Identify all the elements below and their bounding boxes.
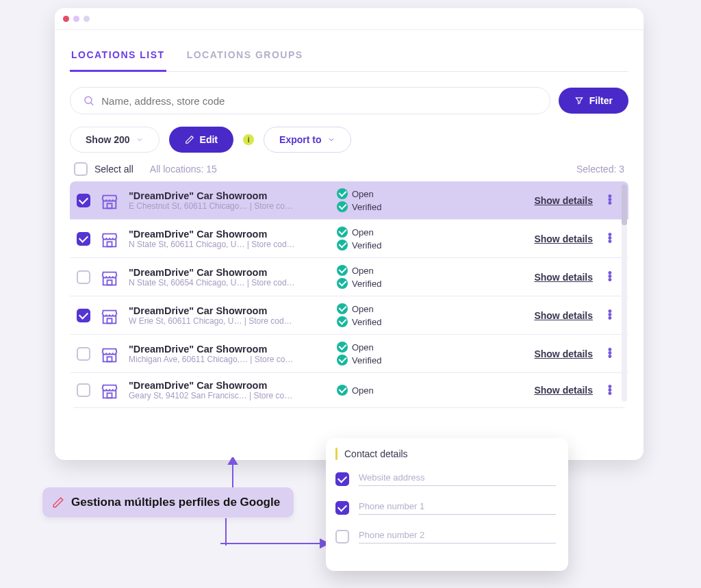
status-open: Open (352, 304, 374, 314)
show-details-link[interactable]: Show details (511, 272, 593, 283)
svg-rect-6 (107, 357, 112, 361)
phone2-checkbox[interactable] (335, 530, 349, 544)
check-icon (337, 385, 348, 396)
edit-button[interactable]: Edit (169, 127, 233, 153)
show-details-link[interactable]: Show details (511, 310, 593, 321)
phone1-checkbox[interactable] (335, 501, 349, 515)
search-icon (83, 94, 94, 107)
chevron-down-icon (327, 136, 335, 144)
status-verified: Verified (352, 355, 381, 366)
contact-details-popup: Contact details Website address Phone nu… (326, 438, 568, 571)
filter-button[interactable]: Filter (559, 88, 628, 114)
window-minimize-dot[interactable] (73, 16, 79, 22)
row-subtitle: Geary St, 94102 San Francisc… | Store co… (129, 391, 327, 400)
row-menu-button[interactable]: ••• (602, 348, 619, 359)
row-title: "DreamDrive" Car Showroom (129, 305, 327, 316)
scrollbar-thumb[interactable] (622, 184, 627, 225)
show-details-link[interactable]: Show details (511, 348, 593, 359)
edit-label: Edit (200, 134, 218, 145)
table-row[interactable]: "DreamDrive" Car ShowroomMichigan Ave, 6… (70, 335, 628, 373)
row-menu-button[interactable]: ••• (602, 272, 619, 282)
tab-locations-groups[interactable]: LOCATIONS GROUPS (186, 42, 305, 71)
row-title: "DreamDrive" Car Showroom (129, 190, 327, 201)
chevron-down-icon (136, 136, 144, 144)
row-checkbox[interactable] (77, 270, 90, 284)
show-details-link[interactable]: Show details (511, 195, 593, 206)
arrow-up (219, 457, 246, 491)
show-count-dropdown[interactable]: Show 200 (70, 127, 160, 153)
phone2-field[interactable]: Phone number 2 (359, 527, 556, 544)
show-details-link[interactable]: Show details (511, 233, 593, 244)
check-icon (337, 227, 348, 238)
select-all-checkbox[interactable] (74, 162, 88, 176)
filter-icon (574, 96, 584, 105)
status-open: Open (352, 266, 374, 276)
show-details-link[interactable]: Show details (511, 385, 593, 396)
row-title-block: "DreamDrive" Car ShowroomN State St, 606… (129, 267, 327, 287)
table-row[interactable]: "DreamDrive" Car ShowroomE Chestnut St, … (70, 181, 628, 220)
scrollbar[interactable] (622, 184, 627, 402)
row-status: OpenVerified (337, 342, 433, 366)
search-input[interactable] (101, 95, 537, 107)
status-open: Open (352, 189, 374, 199)
window-close-dot[interactable] (63, 16, 69, 22)
row-subtitle: E Chestnut St, 60611 Chicago… | Store co… (129, 201, 327, 211)
row-checkbox[interactable] (77, 309, 90, 322)
info-badge[interactable]: i (243, 134, 254, 145)
table-row[interactable]: "DreamDrive" Car ShowroomW Erie St, 6061… (70, 296, 628, 335)
row-title-block: "DreamDrive" Car ShowroomGeary St, 94102… (129, 380, 327, 400)
svg-rect-2 (107, 203, 112, 208)
window-maximize-dot[interactable] (84, 16, 90, 22)
tabs: LOCATIONS LIST LOCATIONS GROUPS (70, 42, 628, 72)
table-row[interactable]: "DreamDrive" Car ShowroomN State St, 606… (70, 220, 628, 258)
phone1-field[interactable]: Phone number 1 (359, 498, 556, 515)
row-title-block: "DreamDrive" Car ShowroomW Erie St, 6061… (129, 305, 327, 326)
row-title-block: "DreamDrive" Car ShowroomMichigan Ave, 6… (129, 344, 327, 364)
row-menu-button[interactable]: ••• (602, 233, 619, 244)
row-title: "DreamDrive" Car Showroom (129, 229, 327, 240)
row-checkbox[interactable] (77, 232, 90, 246)
check-icon (337, 265, 348, 276)
arrow-connector (219, 518, 233, 546)
arrow-right (219, 537, 329, 550)
selected-count: Selected: 3 (576, 164, 624, 175)
row-checkbox[interactable] (77, 347, 90, 361)
row-title: "DreamDrive" Car Showroom (129, 344, 327, 355)
search-field[interactable] (70, 87, 550, 114)
popup-title: Contact details (344, 448, 408, 459)
row-status: OpenVerified (337, 303, 433, 327)
row-status: Open (337, 385, 433, 396)
row-menu-button[interactable]: ••• (602, 385, 619, 396)
export-dropdown[interactable]: Export to (264, 127, 350, 153)
export-label: Export to (279, 134, 321, 145)
filter-label: Filter (589, 95, 613, 106)
row-checkbox[interactable] (77, 383, 90, 397)
pencil-icon (185, 135, 194, 144)
check-icon (337, 316, 348, 327)
callout-pill: Gestiona múltiples perfiles de Google (42, 487, 294, 517)
website-checkbox[interactable] (335, 472, 349, 486)
check-icon (337, 303, 348, 314)
row-title: "DreamDrive" Car Showroom (129, 267, 327, 278)
tab-locations-list[interactable]: LOCATIONS LIST (70, 42, 166, 72)
row-menu-button[interactable]: ••• (602, 310, 619, 320)
row-title-block: "DreamDrive" Car ShowroomE Chestnut St, … (129, 190, 327, 211)
status-verified: Verified (352, 202, 381, 212)
all-locations-count: All locations: 15 (150, 164, 217, 175)
store-icon (100, 382, 119, 398)
store-icon (100, 231, 119, 247)
row-menu-button[interactable]: ••• (602, 195, 619, 205)
row-status: OpenVerified (337, 227, 433, 251)
check-icon (337, 342, 348, 353)
check-icon (337, 201, 348, 212)
svg-rect-4 (107, 280, 112, 285)
website-field[interactable]: Website address (359, 470, 556, 486)
table-row[interactable]: "DreamDrive" Car ShowroomN State St, 606… (70, 258, 628, 296)
status-open: Open (352, 227, 374, 238)
row-status: OpenVerified (337, 265, 433, 289)
table-row[interactable]: "DreamDrive" Car ShowroomGeary St, 94102… (70, 373, 628, 408)
svg-rect-3 (107, 242, 112, 246)
row-status: OpenVerified (337, 188, 433, 212)
row-checkbox[interactable] (77, 194, 90, 207)
status-open: Open (352, 342, 374, 353)
